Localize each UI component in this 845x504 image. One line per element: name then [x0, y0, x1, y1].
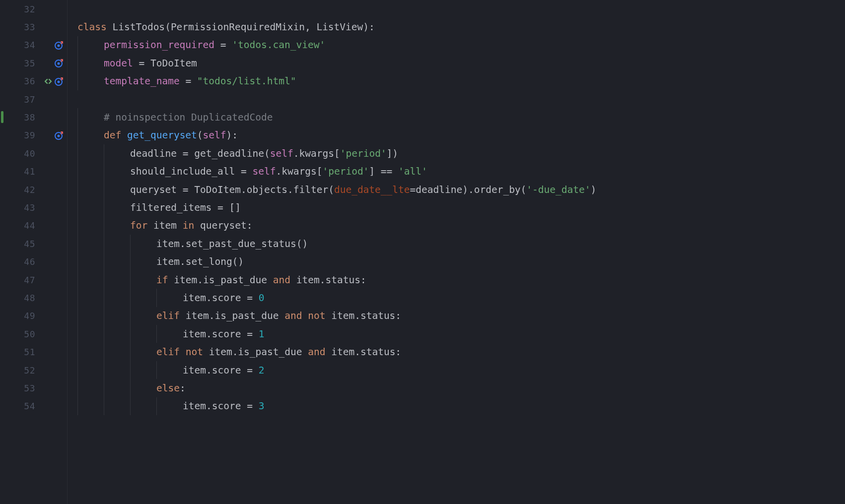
- indent-guide: [77, 252, 83, 270]
- gutter-row[interactable]: 44: [0, 217, 67, 235]
- code-token: :: [180, 382, 186, 394]
- navigate-icon[interactable]: [43, 76, 53, 86]
- code-editor[interactable]: 323334 35 36 373839 40414243444546474849…: [0, 0, 845, 504]
- gutter-row[interactable]: 42: [0, 181, 67, 198]
- indent-guide: [104, 181, 110, 198]
- code-line[interactable]: item.score = 2: [77, 361, 845, 379]
- code-token: item: [153, 220, 183, 231]
- code-line[interactable]: template_name = "todos/list.html": [77, 72, 845, 90]
- code-token: item.score: [183, 365, 247, 376]
- code-line[interactable]: queryset = ToDoItem.objects.filter(due_d…: [77, 181, 845, 198]
- gutter-row[interactable]: 54: [0, 397, 67, 415]
- svg-point-3: [58, 63, 60, 65]
- line-number: 49: [18, 311, 35, 321]
- gutter-row[interactable]: 41: [0, 163, 67, 181]
- code-token: ,: [305, 21, 316, 33]
- code-line[interactable]: [77, 90, 845, 108]
- code-line[interactable]: elif not item.is_past_due and item.statu…: [77, 343, 845, 361]
- code-line[interactable]: else:: [77, 379, 845, 397]
- code-token: # noinspection DuplicatedCode: [104, 112, 273, 123]
- svg-point-1: [58, 44, 60, 47]
- gutter-row[interactable]: 36: [0, 72, 67, 90]
- code-token: =: [139, 58, 150, 69]
- gutter-row[interactable]: 39: [0, 126, 67, 144]
- code-line[interactable]: class ListTodos(PermissionRequiredMixin,…: [77, 18, 845, 36]
- override-icon[interactable]: [54, 58, 64, 68]
- code-line[interactable]: # noinspection DuplicatedCode: [77, 108, 845, 126]
- gutter-row[interactable]: 53: [0, 379, 67, 397]
- code-token: def: [104, 129, 127, 141]
- indent-guide: [130, 289, 136, 307]
- indent-guide: [77, 235, 83, 252]
- code-token: ): [591, 184, 597, 195]
- gutter-row[interactable]: 40: [0, 144, 67, 162]
- gutter-row[interactable]: 38: [0, 108, 67, 126]
- gutter-row[interactable]: 48: [0, 289, 67, 307]
- line-number: 48: [18, 293, 35, 303]
- code-line[interactable]: item.set_long(): [77, 252, 845, 270]
- code-line[interactable]: if item.is_past_due and item.status:: [77, 271, 845, 289]
- indent-guide: [104, 235, 110, 252]
- code-token: .kwargs[: [293, 148, 340, 159]
- gutter-row[interactable]: 45: [0, 235, 67, 252]
- code-line[interactable]: filtered_items = []: [77, 198, 845, 216]
- gutter-row[interactable]: 34: [0, 36, 67, 54]
- gutter-row[interactable]: 47: [0, 271, 67, 289]
- code-token: 'todos.can_view': [232, 39, 325, 51]
- override-icon[interactable]: [54, 76, 64, 86]
- code-line[interactable]: def get_queryset(self):: [77, 126, 845, 144]
- code-line[interactable]: for item in queryset:: [77, 217, 845, 235]
- indent-guide: [104, 307, 110, 325]
- code-line[interactable]: deadline = get_deadline(self.kwargs['per…: [77, 144, 845, 162]
- gutter-row[interactable]: 43: [0, 198, 67, 216]
- code-token: self: [253, 166, 276, 177]
- code-line[interactable]: should_include_all = self.kwargs['period…: [77, 163, 845, 181]
- gutter-row[interactable]: 32: [0, 0, 67, 18]
- indent-guide: [104, 217, 110, 235]
- override-icon[interactable]: [54, 130, 64, 140]
- code-token: and: [273, 274, 296, 286]
- code-line[interactable]: item.set_past_due_status(): [77, 235, 845, 252]
- line-number: 32: [18, 4, 35, 14]
- indent-guide: [77, 181, 83, 198]
- code-token: item.set_long(): [156, 256, 244, 267]
- gutter-row[interactable]: 51: [0, 343, 67, 361]
- code-token: if: [156, 274, 174, 286]
- gutter-row[interactable]: 52: [0, 361, 67, 379]
- override-icon[interactable]: [54, 40, 64, 50]
- code-line[interactable]: item.score = 0: [77, 289, 845, 307]
- indent-guide: [77, 289, 83, 307]
- gutter-icons: [38, 76, 64, 86]
- gutter-row[interactable]: 50: [0, 325, 67, 343]
- line-number: 33: [18, 22, 35, 32]
- code-token: ListView: [316, 21, 363, 33]
- indent-guide: [130, 235, 136, 252]
- gutter-row[interactable]: 46: [0, 252, 67, 270]
- code-line[interactable]: elif item.is_past_due and not item.statu…: [77, 307, 845, 325]
- code-line[interactable]: item.score = 1: [77, 325, 845, 343]
- code-line[interactable]: model = ToDoItem: [77, 54, 845, 72]
- gutter-icons: [38, 58, 64, 68]
- indent-guide: [104, 325, 110, 343]
- gutter-row[interactable]: 49: [0, 307, 67, 325]
- gutter[interactable]: 323334 35 36 373839 40414243444546474849…: [0, 0, 68, 504]
- gutter-row[interactable]: 37: [0, 90, 67, 108]
- indent-guide: [77, 108, 83, 126]
- code-area[interactable]: class ListTodos(PermissionRequiredMixin,…: [68, 0, 845, 504]
- code-token: ListTodos: [112, 21, 165, 33]
- code-token: due_date__lte: [334, 184, 410, 195]
- code-token: =: [247, 365, 258, 376]
- code-line[interactable]: item.score = 3: [77, 397, 845, 415]
- code-token: (: [264, 148, 270, 159]
- code-token: []: [229, 202, 241, 213]
- gutter-row[interactable]: 35: [0, 54, 67, 72]
- line-number: 51: [18, 347, 35, 357]
- code-line[interactable]: permission_required = 'todos.can_view': [77, 36, 845, 54]
- code-token: and: [308, 346, 331, 358]
- code-line[interactable]: [77, 0, 845, 18]
- line-number: 50: [18, 329, 35, 339]
- gutter-row[interactable]: 33: [0, 18, 67, 36]
- code-token: =: [185, 75, 197, 87]
- code-token: self: [203, 129, 226, 141]
- line-number: 47: [18, 275, 35, 285]
